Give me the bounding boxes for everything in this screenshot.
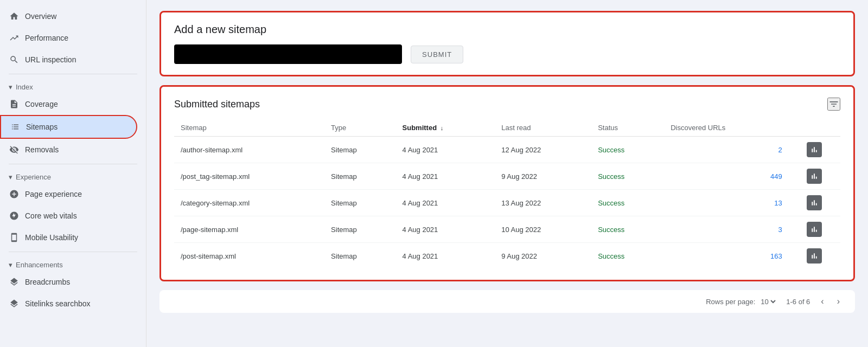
col-header-type: Type — [324, 119, 395, 137]
sidebar-overview-label: Overview — [25, 12, 56, 21]
sidebar-item-sitelinks-searchbox[interactable]: Sitelinks searchbox — [0, 293, 137, 314]
sidebar-removals-label: Removals — [25, 145, 59, 154]
chart-button[interactable] — [807, 248, 822, 264]
table-header-row: Sitemap Type Submitted ↓ Last read Statu… — [174, 119, 840, 137]
cell-last-read: 9 Aug 2022 — [495, 243, 591, 269]
home-icon — [9, 11, 20, 22]
cell-discovered-urls: 13 — [664, 190, 788, 216]
chart-button[interactable] — [807, 195, 822, 210]
cell-type: Sitemap — [324, 137, 395, 163]
sidebar-sitelinks-searchbox-label: Sitelinks searchbox — [25, 299, 91, 308]
cell-discovered-urls: 449 — [664, 163, 788, 190]
section-enhancements[interactable]: ▾ Enhancements — [0, 255, 146, 271]
rows-per-page-label: Rows per page: — [706, 298, 755, 306]
sidebar-coverage-label: Coverage — [25, 100, 58, 108]
sidebar-item-mobile-usability[interactable]: Mobile Usability — [0, 227, 137, 248]
file-icon — [9, 99, 20, 110]
sitemaps-icon — [10, 121, 21, 132]
sidebar-item-overview[interactable]: Overview — [0, 5, 137, 27]
sidebar-item-removals[interactable]: Removals — [0, 139, 137, 160]
cell-last-read: 12 Aug 2022 — [495, 137, 591, 163]
col-header-status: Status — [591, 119, 664, 137]
cell-type: Sitemap — [324, 163, 395, 190]
sitemaps-table: Sitemap Type Submitted ↓ Last read Statu… — [174, 119, 840, 269]
layers-icon-2 — [9, 298, 20, 309]
chart-button[interactable] — [807, 169, 822, 184]
submitted-sitemaps-title: Submitted sitemaps — [174, 99, 260, 110]
chart-button[interactable] — [807, 142, 822, 157]
table-row: /page-sitemap.xml Sitemap 4 Aug 2021 10 … — [174, 216, 840, 243]
gauge-icon — [9, 210, 20, 221]
chevron-down-icon-3: ▾ — [9, 261, 12, 269]
sidebar-core-web-vitals-label: Core web vitals — [25, 211, 77, 220]
sidebar-item-core-web-vitals[interactable]: Core web vitals — [0, 205, 137, 227]
trending-up-icon — [9, 33, 20, 43]
section-index-label: Index — [16, 83, 33, 91]
section-experience-label: Experience — [16, 173, 51, 181]
chart-button[interactable] — [807, 222, 822, 237]
cell-chart-action[interactable] — [789, 190, 840, 216]
cell-status: Success — [591, 216, 664, 243]
next-page-button[interactable]: › — [835, 294, 842, 309]
page-info: 1-6 of 6 — [786, 298, 810, 306]
cell-submitted: 4 Aug 2021 — [396, 137, 495, 163]
cell-discovered-urls: 2 — [664, 137, 788, 163]
circle-plus-icon — [9, 189, 20, 200]
cell-chart-action[interactable] — [789, 137, 840, 163]
main-content: Add a new sitemap SUBMIT Submitted sitem… — [146, 0, 868, 347]
cell-sitemap: /author-sitemap.xml — [174, 137, 324, 163]
cell-last-read: 10 Aug 2022 — [495, 216, 591, 243]
cell-sitemap: /category-sitemap.xml — [174, 190, 324, 216]
col-header-last-read: Last read — [495, 119, 591, 137]
add-sitemap-title: Add a new sitemap — [174, 23, 840, 36]
chevron-down-icon: ▾ — [9, 83, 12, 91]
cell-submitted: 4 Aug 2021 — [396, 216, 495, 243]
filter-button[interactable] — [827, 98, 840, 111]
cell-type: Sitemap — [324, 190, 395, 216]
sidebar-item-page-experience[interactable]: Page experience — [0, 183, 137, 205]
cell-chart-action[interactable] — [789, 163, 840, 190]
sidebar-item-performance[interactable]: Performance — [0, 27, 137, 49]
cell-type: Sitemap — [324, 243, 395, 269]
table-row: /category-sitemap.xml Sitemap 4 Aug 2021… — [174, 190, 840, 216]
prev-page-button[interactable]: ‹ — [819, 294, 826, 309]
section-experience[interactable]: ▾ Experience — [0, 168, 146, 183]
submitted-sitemaps-card: Submitted sitemaps Sitemap Type Submitte… — [159, 85, 855, 281]
table-row: /post-sitemap.xml Sitemap 4 Aug 2021 9 A… — [174, 243, 840, 269]
col-header-submitted[interactable]: Submitted ↓ — [396, 119, 495, 137]
cell-last-read: 9 Aug 2022 — [495, 163, 591, 190]
cell-last-read: 13 Aug 2022 — [495, 190, 591, 216]
rows-per-page: Rows per page: 10 25 50 — [706, 297, 777, 306]
cell-submitted: 4 Aug 2021 — [396, 243, 495, 269]
sitemap-url-input-redacted[interactable] — [174, 44, 402, 64]
cell-chart-action[interactable] — [789, 216, 840, 243]
sidebar-item-breadcrumbs[interactable]: Breadcrumbs — [0, 271, 137, 293]
sidebar-item-url-inspection[interactable]: URL inspection — [0, 49, 137, 70]
divider-2 — [9, 164, 137, 164]
cell-discovered-urls: 3 — [664, 216, 788, 243]
cell-type: Sitemap — [324, 216, 395, 243]
sidebar-url-inspection-label: URL inspection — [25, 55, 76, 64]
add-sitemap-card: Add a new sitemap SUBMIT — [159, 11, 855, 76]
col-header-sitemap: Sitemap — [174, 119, 324, 137]
submit-button[interactable]: SUBMIT — [411, 46, 463, 63]
eye-off-icon — [9, 144, 20, 155]
sidebar-item-sitemaps[interactable]: Sitemaps — [0, 115, 137, 139]
search-icon — [9, 54, 20, 65]
add-sitemap-row: SUBMIT — [174, 44, 840, 64]
divider-3 — [9, 252, 137, 252]
cell-status: Success — [591, 190, 664, 216]
sidebar-item-coverage[interactable]: Coverage — [0, 93, 137, 115]
section-index[interactable]: ▾ Index — [0, 78, 146, 93]
cell-status: Success — [591, 243, 664, 269]
layers-icon — [9, 277, 20, 287]
rows-per-page-select[interactable]: 10 25 50 — [758, 297, 777, 306]
sidebar: Overview Performance URL inspection ▾ In… — [0, 0, 146, 347]
table-row: /author-sitemap.xml Sitemap 4 Aug 2021 1… — [174, 137, 840, 163]
section-enhancements-label: Enhancements — [16, 261, 63, 269]
sidebar-sitemaps-label: Sitemaps — [26, 123, 58, 131]
cell-sitemap: /page-sitemap.xml — [174, 216, 324, 243]
col-header-discovered-urls: Discovered URLs — [664, 119, 788, 137]
cell-chart-action[interactable] — [789, 243, 840, 269]
cell-sitemap: /post_tag-sitemap.xml — [174, 163, 324, 190]
